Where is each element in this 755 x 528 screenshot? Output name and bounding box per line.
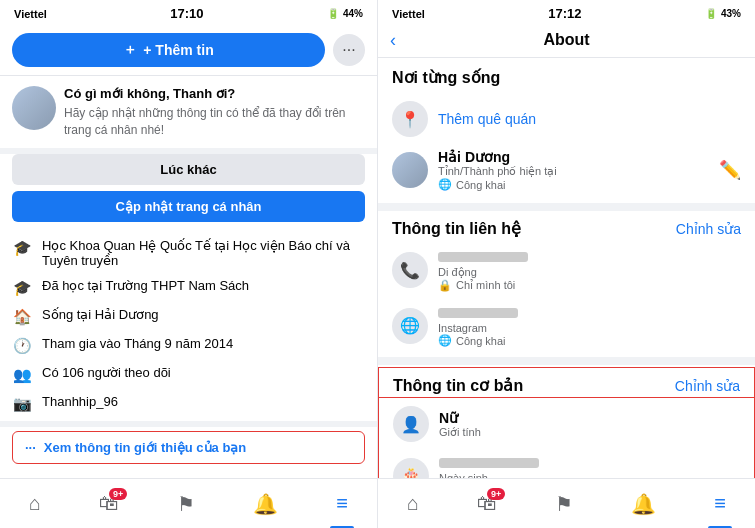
r-home-icon: ⌂ (407, 492, 419, 515)
section-title-lien-he: Thông tin liên hệ (392, 219, 521, 238)
store-badge: 9+ (109, 488, 127, 500)
blurred-phone (438, 252, 528, 262)
update-description: Hãy cập nhật những thông tin có thể đã t… (64, 105, 365, 139)
menu-nav-icon: ≡ (336, 492, 348, 515)
r-nav-store[interactable]: 🛍 9+ (477, 492, 497, 515)
edit-contact-button[interactable]: Chỉnh sửa (676, 221, 741, 237)
school-icon: 🎓 (12, 279, 32, 297)
r-nav-bell[interactable]: 🔔 (631, 492, 656, 516)
home-text: Sống tại Hải Dương (42, 307, 159, 322)
location-sub: Tỉnh/Thành phố hiện tại (438, 165, 557, 178)
instagram-privacy-row: 🌐 Công khai (438, 334, 518, 347)
right-panel: Viettel 17:12 🔋 43% ‹ About Nơi từng sốn… (377, 0, 755, 528)
r-nav-flag[interactable]: ⚑ (555, 492, 573, 516)
avatar (12, 86, 56, 130)
blurred-birthday (439, 458, 539, 468)
later-button[interactable]: Lúc khác (12, 154, 365, 185)
joined-text: Tham gia vào Tháng 9 năm 2014 (42, 336, 233, 351)
left-status-bar: Viettel 17:10 🔋 44% (0, 0, 377, 25)
left-battery: 🔋 44% (327, 8, 363, 19)
add-story-bar: ＋ + Thêm tin ··· (0, 25, 377, 76)
globe-icon: 🌐 (438, 178, 452, 191)
web-icon: 🌐 (392, 308, 428, 344)
add-hometown-item[interactable]: 📍 Thêm quê quán (392, 95, 741, 143)
add-story-button[interactable]: ＋ + Thêm tin (12, 33, 325, 67)
nav-home[interactable]: ⌂ (29, 492, 41, 515)
right-bottom-nav: ⌂ 🛍 9+ ⚑ 🔔 ≡ (378, 478, 755, 528)
gender-value: Nữ (439, 410, 481, 426)
list-item: 🕐 Tham gia vào Tháng 9 năm 2014 (12, 336, 365, 355)
right-carrier: Viettel (392, 8, 425, 20)
back-button[interactable]: ‹ (390, 30, 396, 51)
list-item: 🎓 Đã học tại Trường THPT Nam Sách (12, 278, 365, 297)
phone-item: 📞 Di động 🔒 Chỉ mình tôi (392, 242, 741, 298)
r-menu-icon: ≡ (714, 492, 726, 515)
r-nav-menu[interactable]: ≡ (714, 492, 726, 515)
nav-store[interactable]: 🛍 9+ (99, 492, 119, 515)
blurred-username (438, 308, 518, 318)
section-title-noi-tung-song: Nơi từng sống (392, 68, 741, 87)
section-noi-tung-song: Nơi từng sống 📍 Thêm quê quán Hải Dương … (378, 58, 755, 203)
location-avatar (392, 152, 428, 188)
dots-icon: ··· (25, 440, 36, 455)
education-text: Học Khoa Quan Hệ Quốc Tế tại Học viện Bá… (42, 238, 365, 268)
section-contact-header: Thông tin liên hệ Chỉnh sửa (378, 211, 755, 240)
instagram-text: Thanhhip_96 (42, 394, 118, 409)
followers-text: Có 106 người theo dõi (42, 365, 171, 380)
instagram-item: 🌐 Instagram 🌐 Công khai (392, 298, 741, 353)
list-item: 🏠 Sống tại Hải Dương (12, 307, 365, 326)
instagram-details: Instagram 🌐 Công khai (438, 304, 518, 347)
r-store-badge: 9+ (487, 488, 505, 500)
r-nav-home[interactable]: ⌂ (407, 492, 419, 515)
r-bell-icon: 🔔 (631, 492, 656, 516)
home-nav-icon: ⌂ (29, 492, 41, 515)
divider-2 (378, 357, 755, 365)
left-panel: Viettel 17:10 🔋 44% ＋ + Thêm tin ··· Có … (0, 0, 377, 528)
nav-bell[interactable]: 🔔 (253, 492, 278, 516)
nav-flag[interactable]: ⚑ (177, 492, 195, 516)
edit-basic-button[interactable]: Chỉnh sửa (675, 378, 740, 394)
clock-icon: 🕐 (12, 337, 32, 355)
phone-privacy-row: 🔒 Chỉ mình tôi (438, 279, 528, 292)
view-more-button[interactable]: ··· Xem thông tin giới thiệu của bạn (12, 431, 365, 464)
current-location-item: Hải Dương Tỉnh/Thành phố hiện tại 🌐 Công… (392, 143, 741, 197)
update-question: Có gì mới không, Thanh ơi? (64, 86, 365, 103)
update-text: Có gì mới không, Thanh ơi? Hãy cập nhật … (64, 86, 365, 138)
update-profile-button[interactable]: Cập nhật trang cá nhân (12, 191, 365, 222)
right-status-bar: Viettel 17:12 🔋 43% (378, 0, 755, 25)
list-item: 📷 Thanhhip_96 (12, 394, 365, 413)
left-time: 17:10 (170, 6, 203, 21)
platform-label: Instagram (438, 322, 518, 334)
gender-item: 👤 Nữ Giới tính (393, 400, 740, 448)
section-title-co-ban: Thông tin cơ bản (393, 376, 523, 395)
view-more-label: Xem thông tin giới thiệu của bạn (44, 440, 246, 455)
right-time: 17:12 (548, 6, 581, 21)
r-flag-icon: ⚑ (555, 492, 573, 516)
edit-location-button[interactable]: ✏️ (719, 159, 741, 181)
gender-icon: 👤 (393, 406, 429, 442)
school-text: Đã học tại Trường THPT Nam Sách (42, 278, 249, 293)
phone-icon: 📞 (392, 252, 428, 288)
phone-details: Di động 🔒 Chỉ mình tôi (438, 248, 528, 292)
section-co-ban-header: Thông tin cơ bản Chỉnh sửa (378, 367, 755, 398)
list-item: 🎓 Học Khoa Quan Hệ Quốc Tế tại Học viện … (12, 238, 365, 268)
add-hometown-label: Thêm quê quán (438, 111, 536, 127)
location-privacy: Công khai (456, 179, 506, 191)
location-pin-icon: 📍 (392, 101, 428, 137)
contact-items: 📞 Di động 🔒 Chỉ mình tôi 🌐 Instagram (378, 240, 755, 357)
left-carrier: Viettel (14, 8, 47, 20)
phone-privacy: Chỉ mình tôi (456, 279, 515, 292)
page-title: About (543, 31, 589, 49)
location-details: Hải Dương Tỉnh/Thành phố hiện tại 🌐 Công… (438, 149, 557, 191)
list-item: 👥 Có 106 người theo dõi (12, 365, 365, 384)
more-options-button[interactable]: ··· (333, 34, 365, 66)
info-list: 🎓 Học Khoa Quan Hệ Quốc Tế tại Học viện … (0, 230, 377, 427)
location-name: Hải Dương (438, 149, 557, 165)
action-buttons: Lúc khác Cập nhật trang cá nhân (0, 154, 377, 230)
instagram-privacy: Công khai (456, 335, 506, 347)
divider-1 (378, 203, 755, 211)
home-icon: 🏠 (12, 308, 32, 326)
phone-type: Di động (438, 266, 528, 279)
nav-menu[interactable]: ≡ (336, 492, 348, 515)
followers-icon: 👥 (12, 366, 32, 384)
